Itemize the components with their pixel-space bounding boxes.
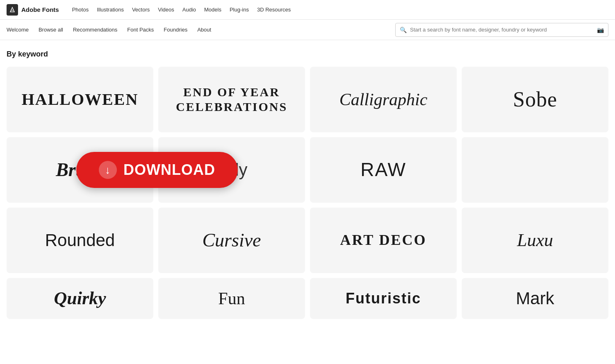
nav-vectors[interactable]: Vectors (132, 7, 150, 13)
font-card-fun-text: Fun (212, 282, 251, 315)
font-grid-row-4: Quirky Fun Futuristic Mark (7, 278, 608, 319)
nav-models[interactable]: Models (204, 7, 221, 13)
font-card-artdeco[interactable]: ART DECO (310, 208, 457, 273)
search-input[interactable] (410, 27, 594, 33)
logo-area[interactable]: Adobe Fonts (7, 4, 59, 16)
nav-audio[interactable]: Audio (182, 7, 196, 13)
font-card-halloween[interactable]: HALLOWEEN (7, 67, 153, 132)
font-card-raw[interactable]: RAW (310, 137, 457, 203)
font-card-end-of-year-text: END OF YEARCELEBRATIONS (169, 78, 294, 121)
font-card-quirky-text: Quirky (47, 281, 112, 316)
nav-photos[interactable]: Photos (72, 7, 89, 13)
font-card-sober[interactable]: Sobe (462, 67, 608, 132)
font-card-halloween-text: HALLOWEEN (15, 83, 145, 116)
top-navigation: Adobe Fonts Photos Illustrations Vectors… (0, 0, 615, 20)
font-card-raw-text: RAW (354, 152, 413, 188)
font-card-luxury-text: Luxu (510, 223, 560, 258)
nav-recommendations[interactable]: Recommendations (73, 27, 117, 33)
download-label: DOWNLOAD (123, 161, 215, 179)
section-title: By keyword (7, 50, 608, 59)
adobe-logo-icon (7, 4, 18, 16)
nav-videos[interactable]: Videos (158, 7, 174, 13)
download-button[interactable]: ↓ DOWNLOAD (76, 152, 238, 188)
top-nav-links: Photos Illustrations Vectors Videos Audi… (72, 7, 291, 13)
font-grid-row-2: Brush ndly RAW ↓ DOWNLOAD (7, 137, 608, 203)
camera-icon[interactable]: 📷 (597, 27, 604, 33)
font-card-rounded[interactable]: Rounded (7, 208, 153, 273)
nav-illustrations[interactable]: Illustrations (97, 7, 124, 13)
nav-font-packs[interactable]: Font Packs (127, 27, 154, 33)
font-card-luxury[interactable]: Luxu (462, 208, 608, 273)
nav-browse-all[interactable]: Browse all (39, 27, 63, 33)
font-card-rounded-text: Rounded (39, 224, 121, 257)
font-card-sober-text: Sobe (506, 80, 564, 119)
search-icon: 🔍 (400, 27, 407, 33)
search-bar[interactable]: 🔍 📷 (395, 23, 608, 37)
font-grid-row-3: Rounded Cursive ART DECO Luxu (7, 208, 608, 273)
font-card-artdeco-text: ART DECO (333, 225, 433, 255)
nav-welcome[interactable]: Welcome (7, 27, 29, 33)
logo-text: Adobe Fonts (21, 6, 59, 13)
font-card-end-of-year[interactable]: END OF YEARCELEBRATIONS (158, 67, 305, 132)
main-content: By keyword HALLOWEEN END OF YEARCELEBRAT… (0, 40, 615, 334)
font-card-placeholder-2-text (528, 163, 542, 176)
font-card-cursive[interactable]: Cursive (158, 208, 305, 273)
font-card-quirky[interactable]: Quirky (7, 278, 153, 319)
nav-plugins[interactable]: Plug-ins (230, 7, 249, 13)
font-grid-row-1: HALLOWEEN END OF YEARCELEBRATIONS Callig… (7, 67, 608, 132)
nav-about[interactable]: About (197, 27, 211, 33)
font-card-futuristic[interactable]: Futuristic (310, 278, 457, 319)
font-card-placeholder-2[interactable] (462, 137, 608, 203)
font-card-cursive-text: Cursive (196, 222, 267, 258)
nav-3d-resources[interactable]: 3D Resources (257, 7, 291, 13)
font-card-futuristic-text: Futuristic (339, 283, 428, 314)
second-navigation: Welcome Browse all Recommendations Font … (0, 20, 615, 40)
nav-foundries[interactable]: Foundries (164, 27, 187, 33)
svg-marker-0 (10, 7, 14, 12)
font-card-calligraphic[interactable]: Calligraphic (310, 67, 457, 132)
font-card-marker[interactable]: Mark (462, 278, 608, 319)
font-card-marker-text: Mark (509, 282, 560, 315)
download-arrow-icon: ↓ (99, 161, 117, 179)
font-card-fun[interactable]: Fun (158, 278, 305, 319)
font-card-calligraphic-text: Calligraphic (333, 83, 434, 116)
second-nav-links: Welcome Browse all Recommendations Font … (7, 27, 211, 33)
